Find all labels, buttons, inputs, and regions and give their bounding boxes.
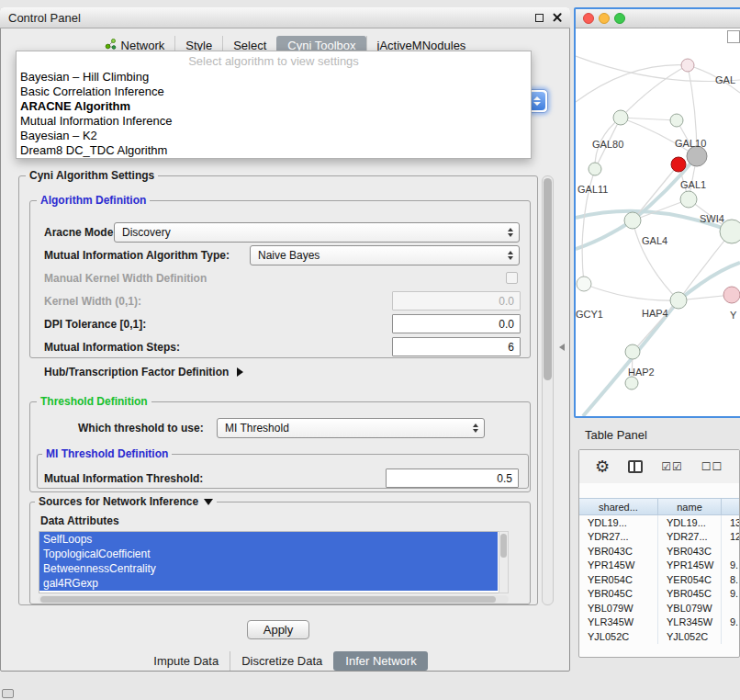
network-node[interactable] xyxy=(680,191,697,208)
network-edge xyxy=(576,65,688,102)
algorithm-option[interactable]: Basic Correlation Inference xyxy=(17,85,531,99)
table-cell: YDR27... xyxy=(579,530,658,545)
network-svg: GALGAL80GAL10GAL11GAL1SWI4GAL4GCY1HAP4YH… xyxy=(576,28,740,416)
table-cell: YBR045C xyxy=(579,587,658,602)
algorithm-definition-title: Algorithm Definition xyxy=(37,194,150,207)
zoom-traffic-light-icon[interactable] xyxy=(614,13,625,24)
close-window-icon[interactable] xyxy=(553,13,562,22)
table-row[interactable]: YJL052CYJL052C xyxy=(579,629,739,644)
vscrollbar-thumb[interactable] xyxy=(544,178,552,380)
table-cell: 9. xyxy=(722,615,740,630)
splitter-collapse-icon[interactable] xyxy=(559,344,565,351)
kernel-width-field[interactable] xyxy=(392,291,521,310)
table-cell xyxy=(722,544,740,559)
table-cell: YPR145W xyxy=(658,559,722,573)
attributes-hscrollbar[interactable] xyxy=(39,595,509,604)
which-threshold-select[interactable]: MI Threshold xyxy=(217,418,485,438)
network-node[interactable] xyxy=(671,157,686,172)
table-row[interactable]: YBR045CYBR045C9. xyxy=(579,587,739,602)
vscrollbar-thumb[interactable] xyxy=(500,534,507,558)
network-edge xyxy=(576,220,633,249)
column-header[interactable]: name xyxy=(658,499,722,514)
minimize-traffic-light-icon[interactable] xyxy=(599,13,610,24)
algorithm-option[interactable]: Dream8 DC_TDC Algorithm xyxy=(17,143,531,158)
table-cell: YDL19... xyxy=(658,515,722,530)
table-body: YDL19...YDL19...13YDR27...YDR27...12YBR0… xyxy=(579,515,739,657)
node-label: GCY1 xyxy=(576,309,603,320)
network-node[interactable] xyxy=(681,59,694,72)
table-row[interactable]: YBR043CYBR043C xyxy=(579,544,739,559)
mi-algorithm-type-select[interactable]: Naive Bayes xyxy=(250,245,520,265)
show-columns-icon[interactable] xyxy=(628,460,643,473)
deselect-all-icon[interactable]: ☐☐ xyxy=(701,460,723,473)
table-cell: YBL079W xyxy=(658,601,722,615)
mi-steps-field[interactable] xyxy=(392,337,521,356)
select-all-icon[interactable]: ☑☑ xyxy=(661,460,683,473)
table-row[interactable]: YPR145WYPR145W9. xyxy=(579,559,739,573)
table-cell: YBR045C xyxy=(658,587,722,602)
mi-steps-label: Mutual Information Steps: xyxy=(44,341,180,354)
attribute-item[interactable]: gal4RGexp xyxy=(39,576,498,591)
float-window-icon[interactable] xyxy=(535,14,544,22)
network-node[interactable] xyxy=(625,344,640,359)
bottom-tab-infer-network[interactable]: Infer Network xyxy=(333,651,427,671)
manual-kernel-checkbox[interactable] xyxy=(506,272,518,284)
network-node[interactable] xyxy=(670,292,687,309)
collapse-down-icon xyxy=(204,499,213,505)
attribute-item[interactable]: TopologicalCoefficient xyxy=(39,547,498,561)
table-cell: 8. xyxy=(722,572,740,587)
control-panel-titlebar[interactable]: Control Panel xyxy=(0,7,570,28)
group-title-text: Threshold Definition xyxy=(40,395,148,408)
table-header: shared...name xyxy=(579,498,739,515)
attribute-item[interactable]: SelfLoops xyxy=(39,532,498,547)
hscrollbar-thumb[interactable] xyxy=(40,596,496,603)
attribute-item[interactable]: BetweennessCentrality xyxy=(39,561,498,576)
settings-vscrollbar[interactable] xyxy=(542,175,554,605)
network-node[interactable] xyxy=(577,277,591,291)
table-row[interactable]: YBL079WYBL079W xyxy=(579,601,739,615)
table-row[interactable]: YDR27...YDR27...12 xyxy=(579,530,739,545)
network-node[interactable] xyxy=(624,212,641,229)
attributes-vscrollbar[interactable] xyxy=(499,531,509,593)
table-row[interactable]: YER054CYER054C8. xyxy=(579,572,739,587)
hub-definition-toggle[interactable]: Hub/Transcription Factor Definition xyxy=(44,366,243,378)
table-cell xyxy=(722,629,740,644)
close-traffic-light-icon[interactable] xyxy=(583,13,594,24)
column-header[interactable]: shared... xyxy=(579,499,658,514)
network-node[interactable] xyxy=(723,287,740,303)
network-node[interactable] xyxy=(687,146,707,166)
data-attributes-list[interactable]: SelfLoopsTopologicalCoefficientBetweenne… xyxy=(39,531,509,593)
table-row[interactable]: YLR345WYLR345W9. xyxy=(579,615,739,630)
mi-threshold-field[interactable] xyxy=(386,469,519,488)
apply-button[interactable]: Apply xyxy=(247,620,309,639)
cyni-settings-group-title: Cyni Algorithm Settings xyxy=(26,169,158,182)
sources-toggle[interactable]: Sources for Network Inference xyxy=(35,495,217,508)
restore-panel-icon[interactable] xyxy=(2,689,14,698)
network-node[interactable] xyxy=(613,110,628,125)
bottom-tab-impute-data[interactable]: Impute Data xyxy=(142,651,230,671)
algorithm-option[interactable]: Mutual Information Inference xyxy=(17,114,531,129)
which-threshold-label: Which threshold to use: xyxy=(78,422,204,435)
aracne-mode-label: Aracne Mode: xyxy=(44,226,117,239)
settings-gear-icon[interactable]: ⚙ xyxy=(595,458,610,475)
threshold-definition-title: Threshold Definition xyxy=(37,395,151,408)
column-header[interactable] xyxy=(722,499,740,514)
hub-definition-label: Hub/Transcription Factor Definition xyxy=(44,366,229,378)
network-window-titlebar[interactable] xyxy=(576,9,740,28)
algorithm-option[interactable]: ARACNE Algorithm xyxy=(17,99,531,114)
table-row[interactable]: YDL19...YDL19...13 xyxy=(579,515,739,530)
network-node[interactable] xyxy=(589,163,601,175)
dpi-tolerance-field[interactable] xyxy=(392,314,521,333)
birdseye-toggle[interactable] xyxy=(727,30,740,43)
aracne-mode-select[interactable]: Discovery xyxy=(114,222,520,243)
network-node[interactable] xyxy=(625,377,638,390)
manual-kernel-label: Manual Kernel Width Definition xyxy=(44,272,207,285)
table-cell: YJL052C xyxy=(658,629,722,644)
algorithm-option[interactable]: Bayesian – Hill Climbing xyxy=(17,70,531,85)
network-node[interactable] xyxy=(670,114,683,127)
network-edge xyxy=(633,220,678,300)
table-cell: YER054C xyxy=(579,572,658,587)
network-edge xyxy=(583,263,740,416)
bottom-tab-discretize-data[interactable]: Discretize Data xyxy=(230,651,333,671)
algorithm-option[interactable]: Bayesian – K2 xyxy=(17,129,531,143)
